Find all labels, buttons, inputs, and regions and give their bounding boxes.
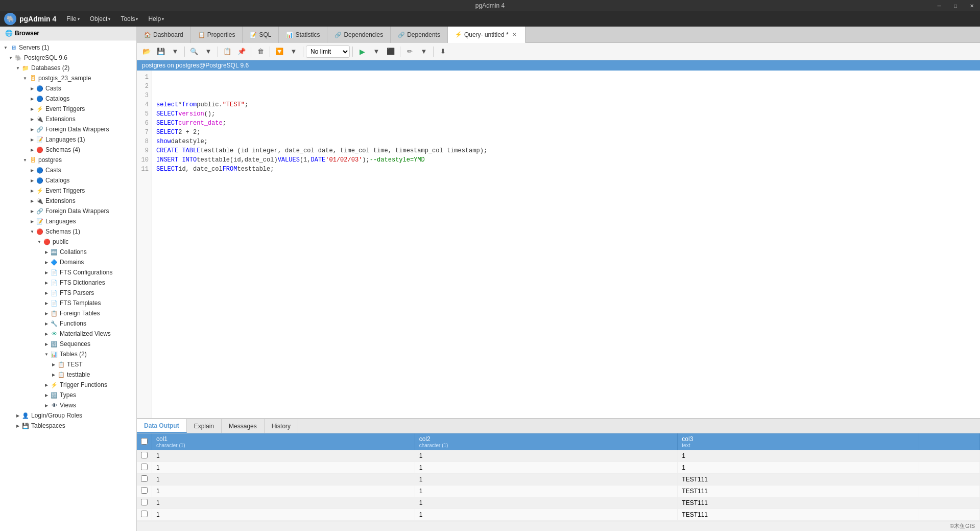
toggle-public[interactable]: ▼	[36, 238, 43, 245]
row-checkbox-3[interactable]	[137, 486, 152, 497]
toggle-postgis-catalogs[interactable]: ▶	[29, 95, 36, 102]
toggle-test-table[interactable]: ▶	[50, 361, 57, 368]
tree-postgis-ext[interactable]: ▶ 🔌 Extensions	[0, 114, 136, 124]
paste-button[interactable]: 📌	[235, 45, 248, 58]
output-tab-data[interactable]: Data Output	[137, 419, 187, 433]
tree-databases[interactable]: ▼ 📁 Databases (2)	[0, 63, 136, 73]
tree-postgis-event[interactable]: ▶ ⚡ Event Triggers	[0, 104, 136, 114]
tree-postgresql96[interactable]: ▼ 🐘 PostgreSQL 9.6	[0, 53, 136, 63]
tree-collations[interactable]: ▶ 🔤 Collations	[0, 247, 136, 257]
toggle-postgres-casts[interactable]: ▶	[29, 167, 36, 174]
window-controls[interactable]: ─ □ ✕	[931, 0, 980, 11]
code-editor[interactable]: select * from public."TEST"; SELECT vers…	[152, 71, 980, 418]
tree-postgis-fdw[interactable]: ▶ 🔗 Foreign Data Wrappers	[0, 124, 136, 134]
toggle-tablespaces[interactable]: ▶	[14, 422, 21, 429]
run-dropdown-button[interactable]: ▼	[370, 45, 383, 58]
tree-postgres-fdw[interactable]: ▶ 🔗 Foreign Data Wrappers	[0, 206, 136, 216]
tree-types[interactable]: ▶ 🔠 Types	[0, 390, 136, 400]
filter-button[interactable]: 🔽	[273, 45, 286, 58]
save-button[interactable]: 💾	[154, 45, 168, 58]
open-file-button[interactable]: 📂	[140, 45, 153, 58]
close-button[interactable]: ✕	[964, 0, 980, 11]
toggle-views[interactable]: ▶	[43, 402, 50, 409]
toggle-postgis-lang[interactable]: ▶	[29, 136, 36, 143]
row-checkbox-4[interactable]	[137, 497, 152, 509]
toggle-postgres[interactable]: ▼	[21, 156, 29, 164]
row-check-0[interactable]	[141, 452, 148, 458]
query-editor[interactable]: 1 2 3 4 5 6 7 8 9 10 11 select * from pu…	[137, 71, 980, 419]
stop-button[interactable]: ⬛	[384, 45, 397, 58]
toggle-postgis-casts[interactable]: ▶	[29, 85, 36, 92]
tree-postgres-ext[interactable]: ▶ 🔌 Extensions	[0, 196, 136, 206]
header-checkbox[interactable]	[137, 433, 152, 450]
tab-statistics[interactable]: 📊 Statistics	[279, 27, 327, 43]
query-tab-close[interactable]: ✕	[511, 31, 518, 38]
toggle-postgres-fdw[interactable]: ▶	[29, 207, 36, 215]
tree-postgres-catalogs[interactable]: ▶ 🔵 Catalogs	[0, 175, 136, 186]
toggle-tables[interactable]: ▼	[43, 351, 50, 358]
tree-servers[interactable]: ▼ 🖥 Servers (1)	[0, 42, 136, 53]
toggle-postgis[interactable]: ▼	[21, 75, 29, 82]
output-tab-messages[interactable]: Messages	[222, 419, 265, 433]
menu-file[interactable]: File ▾	[62, 13, 83, 25]
tree-fts-config[interactable]: ▶ 📄 FTS Configurations	[0, 267, 136, 278]
tree-trigger-functions[interactable]: ▶ ⚡ Trigger Functions	[0, 380, 136, 390]
toggle-trigger-functions[interactable]: ▶	[43, 381, 50, 388]
tree-fts-parsers[interactable]: ▶ 📄 FTS Parsers	[0, 288, 136, 298]
tree-postgres-schemas[interactable]: ▼ 🔴 Schemas (1)	[0, 226, 136, 237]
select-all-checkbox[interactable]	[141, 438, 148, 445]
toggle-login-roles[interactable]: ▶	[14, 412, 21, 419]
tree-postgres[interactable]: ▼ 🗄 postgres	[0, 155, 136, 165]
row-check-2[interactable]	[141, 475, 148, 482]
row-check-3[interactable]	[141, 487, 148, 494]
download-button[interactable]: ⬇	[436, 45, 449, 58]
toggle-testtable[interactable]: ▶	[50, 371, 57, 378]
tree-testtable[interactable]: ▶ 📋 testtable	[0, 370, 136, 380]
toggle-foreign-tables[interactable]: ▶	[43, 310, 50, 317]
toggle-postgres-lang[interactable]: ▶	[29, 218, 36, 225]
toggle-matviews[interactable]: ▶	[43, 330, 50, 337]
tree-postgis[interactable]: ▼ 🗄 postgis_23_sample	[0, 73, 136, 83]
maximize-button[interactable]: □	[947, 0, 964, 11]
tree-postgis-catalogs[interactable]: ▶ 🔵 Catalogs	[0, 94, 136, 104]
tree-functions[interactable]: ▶ 🔧 Functions	[0, 318, 136, 329]
toggle-types[interactable]: ▶	[43, 391, 50, 399]
edit-button[interactable]: ✏	[403, 45, 416, 58]
output-tab-history[interactable]: History	[265, 419, 298, 433]
toggle-domains[interactable]: ▶	[43, 259, 50, 266]
toggle-postgres-schemas[interactable]: ▼	[29, 228, 36, 235]
toggle-postgis-event[interactable]: ▶	[29, 105, 36, 112]
toggle-pg96[interactable]: ▼	[7, 54, 14, 61]
menu-tools[interactable]: Tools ▾	[116, 13, 142, 25]
tree-tablespaces[interactable]: ▶ 💾 Tablespaces	[0, 421, 136, 431]
toggle-postgis-ext[interactable]: ▶	[29, 116, 36, 123]
edit-dropdown-button[interactable]: ▼	[417, 45, 431, 58]
find-dropdown-button[interactable]: ▼	[202, 45, 215, 58]
toggle-fts-parsers[interactable]: ▶	[43, 289, 50, 296]
menu-help[interactable]: Help ▾	[144, 13, 168, 25]
toggle-servers[interactable]: ▼	[2, 44, 9, 51]
toggle-fts-dict[interactable]: ▶	[43, 279, 50, 286]
output-tab-explain[interactable]: Explain	[187, 419, 222, 433]
delete-button[interactable]: 🗑	[254, 45, 267, 58]
tab-sql[interactable]: 📝 SQL	[243, 27, 279, 43]
find-button[interactable]: 🔍	[187, 45, 201, 58]
row-check-5[interactable]	[141, 511, 148, 517]
toggle-postgres-ext[interactable]: ▶	[29, 197, 36, 204]
toggle-postgis-schemas[interactable]: ▶	[29, 146, 36, 153]
row-check-1[interactable]	[141, 464, 148, 470]
row-checkbox-2[interactable]	[137, 474, 152, 486]
row-checkbox-0[interactable]	[137, 450, 152, 462]
tree-postgis-lang[interactable]: ▶ 📝 Languages (1)	[0, 134, 136, 145]
toggle-fts-config[interactable]: ▶	[43, 269, 50, 276]
tab-dependents[interactable]: 🔗 Dependents	[391, 27, 448, 43]
tab-query[interactable]: ⚡ Query- untitled * ✕	[448, 27, 525, 43]
tree-postgres-casts[interactable]: ▶ 🔵 Casts	[0, 165, 136, 175]
tree-postgis-casts[interactable]: ▶ 🔵 Casts	[0, 83, 136, 94]
toggle-fts-templates[interactable]: ▶	[43, 299, 50, 307]
row-check-4[interactable]	[141, 499, 148, 505]
tree-domains[interactable]: ▶ 🔷 Domains	[0, 257, 136, 267]
tree-login-roles[interactable]: ▶ 👤 Login/Group Roles	[0, 410, 136, 421]
tree-tables[interactable]: ▼ 📊 Tables (2)	[0, 349, 136, 359]
toggle-postgres-event[interactable]: ▶	[29, 187, 36, 194]
